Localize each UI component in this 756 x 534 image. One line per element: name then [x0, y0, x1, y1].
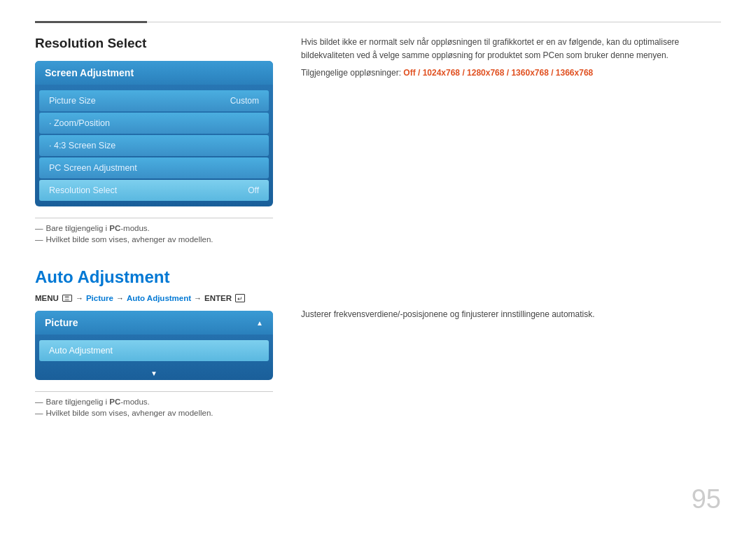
auto-adjustment-label: Auto Adjustment	[127, 294, 191, 302]
picture-nav-bottom: ▼	[35, 367, 273, 380]
divider-dark	[35, 21, 147, 23]
section2-content: Auto Adjustment MENU ☰ → Picture → Auto …	[35, 267, 721, 420]
menu-item-pc-screen[interactable]: PC Screen Adjustment	[39, 157, 269, 178]
menu-item-43screen[interactable]: · 4:3 Screen Size	[39, 135, 269, 156]
arrow-down-icon: ▼	[150, 370, 158, 377]
menu-path: MENU ☰ → Picture → Auto Adjustment → ENT…	[35, 294, 273, 302]
enter-icon: ↵	[235, 294, 245, 302]
section1-left: Resolution Select Screen Adjustment Pict…	[35, 36, 273, 246]
divider-light	[147, 22, 721, 22]
picture-label: Picture	[86, 294, 113, 302]
menu-item-label: PC Screen Adjustment	[49, 163, 137, 173]
arrow-up-icon: ▲	[256, 319, 263, 327]
picture-menu-header: Picture ▲	[35, 311, 273, 335]
menu-item-zoom[interactable]: · Zoom/Position	[39, 113, 269, 134]
section1-description: Hvis bildet ikke er normalt selv når opp…	[301, 36, 721, 62]
screen-adjustment-menu: Screen Adjustment Picture Size Custom · …	[35, 61, 273, 206]
menu-header: Screen Adjustment	[35, 61, 273, 85]
page-container: Resolution Select Screen Adjustment Pict…	[0, 0, 756, 534]
section2-notes: ― Bare tilgjengelig i PC-modus. ― Hvilke…	[35, 391, 273, 417]
top-divider	[35, 21, 721, 23]
page-number: 95	[692, 484, 721, 514]
section2-title: Auto Adjustment	[35, 267, 273, 287]
menu-item-value: Custom	[230, 96, 259, 106]
picture-menu: Picture ▲ Auto Adjustment ▼	[35, 311, 273, 380]
menu-item-label: Resolution Select	[49, 185, 117, 195]
section1-notes: ― Bare tilgjengelig i PC-modus. ― Hvilke…	[35, 218, 273, 244]
section1-title: Resolution Select	[35, 36, 273, 51]
enter-label: ENTER	[204, 294, 232, 302]
menu-item-label: · 4:3 Screen Size	[49, 141, 115, 150]
menu-label: MENU	[35, 294, 59, 302]
section2-description: Justerer frekvensverdiene/-posisjonene o…	[301, 308, 721, 321]
note-3: ― Bare tilgjengelig i PC-modus.	[35, 398, 273, 406]
section1-content: Resolution Select Screen Adjustment Pict…	[35, 36, 721, 246]
menu-icon: ☰	[62, 295, 72, 302]
menu-item-label: Picture Size	[49, 96, 96, 106]
picture-header-label: Picture	[45, 317, 78, 328]
resolutions-line: Tilgjengelige oppløsninger: Off / 1024x7…	[301, 68, 721, 78]
auto-adjustment-item[interactable]: Auto Adjustment	[39, 340, 269, 361]
section2-left: Auto Adjustment MENU ☰ → Picture → Auto …	[35, 267, 273, 420]
note-4: ― Hvilket bilde som vises, avhenger av m…	[35, 409, 273, 417]
section1-right: Hvis bildet ikke er normalt selv når opp…	[301, 36, 721, 246]
auto-adjustment-item-label: Auto Adjustment	[49, 346, 113, 356]
menu-item-resolution[interactable]: Resolution Select Off	[39, 180, 269, 201]
note-1: ― Bare tilgjengelig i PC-modus.	[35, 224, 273, 232]
menu-item-picture-size[interactable]: Picture Size Custom	[39, 90, 269, 111]
menu-item-label: · Zoom/Position	[49, 118, 110, 128]
resolutions-value: Off / 1024x768 / 1280x768 / 1360x768 / 1…	[403, 68, 593, 78]
note-2: ― Hvilket bilde som vises, avhenger av m…	[35, 235, 273, 244]
section2-right: Justerer frekvensverdiene/-posisjonene o…	[301, 267, 721, 420]
menu-item-value: Off	[248, 185, 259, 195]
section2: Auto Adjustment MENU ☰ → Picture → Auto …	[35, 267, 721, 420]
